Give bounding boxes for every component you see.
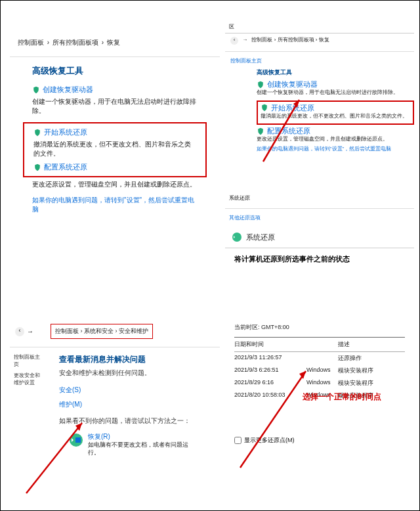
shield-icon bbox=[33, 164, 41, 171]
link-system-restore[interactable]: 开始系统还原 bbox=[28, 126, 201, 139]
tag-restore: 系统还原 bbox=[225, 192, 414, 204]
system-restore-dialog: 系统还原 其他还原选项 系统还原 将计算机还原到所选事件之前的状态 当前时区: … bbox=[225, 192, 414, 450]
page-title-small: 高级恢复工具 bbox=[257, 66, 414, 79]
table-row[interactable]: 2021/9/3 11:26:57还原操作 bbox=[234, 352, 405, 365]
checkbox[interactable] bbox=[234, 437, 242, 444]
tip-text: 如果看不到你的问题，请尝试以下方法之一： bbox=[46, 411, 220, 427]
breadcrumb[interactable]: 控制面板 › 所有控制面板项 › 恢复 bbox=[10, 33, 220, 53]
other-options[interactable]: 其他还原选项 bbox=[225, 213, 414, 223]
dialog-subtitle: 将计算机还原到所选事件之前的状态 bbox=[225, 248, 414, 268]
shield-icon bbox=[257, 127, 264, 135]
shield-icon bbox=[261, 104, 268, 112]
show-more-checkbox[interactable]: 显示更多还原点(M) bbox=[225, 431, 414, 450]
restore-icon bbox=[68, 432, 84, 448]
page-title: 高级恢复工具 bbox=[10, 61, 220, 83]
restore-dialog-icon bbox=[232, 232, 242, 242]
link-system-restore-sm[interactable]: 开始系统还原 bbox=[261, 103, 410, 113]
dialog-title: 系统还原 bbox=[246, 233, 275, 242]
timezone-label: 当前时区: GMT+8:00 bbox=[225, 321, 414, 334]
security-maintenance-panel: ‹ → 控制面板 › 系统和安全 › 安全和维护 控制面板主页 更改安全和维护设… bbox=[10, 320, 220, 462]
heading-security: 查看最新消息并解决问题 bbox=[46, 351, 220, 368]
breadcrumb-security[interactable]: 控制面板 › 系统和安全 › 安全和维护 bbox=[51, 324, 153, 339]
svg-rect-1 bbox=[75, 437, 81, 443]
desc-sm-3: 更改还原设置，管理磁盘空间，并且创建或删除还原点。 bbox=[257, 136, 414, 146]
link-reset-pc-sm[interactable]: 如果你的电脑遇到问题，请转到"设置"，然后尝试重置电脑 bbox=[257, 146, 414, 156]
breadcrumb-small[interactable]: ‹ → 控制面板 › 所有控制面板项 › 恢复 bbox=[225, 33, 414, 47]
maintenance-section[interactable]: 维护(M) bbox=[46, 396, 220, 411]
table-row[interactable]: 2021/9/3 6:26:51Windows模块安装程序 bbox=[234, 365, 405, 377]
link-configure-restore-sm[interactable]: 配置系统还原 bbox=[257, 126, 414, 136]
recovery-panel-large: 控制面板 › 所有控制面板项 › 恢复 高级恢复工具 创建恢复驱动器 创建一个恢… bbox=[10, 33, 220, 219]
desc-sm-1: 创建一个恢复驱动器，用于在电脑无法启动时进行故障排除。 bbox=[257, 89, 414, 99]
shield-icon bbox=[32, 86, 40, 94]
tag: 区 bbox=[225, 20, 414, 33]
table-row[interactable]: 2021/8/29 6:16Windows模块安装程序 bbox=[234, 377, 405, 389]
restore-desc: 如电脑有不要更改文档，或者有问题运行。 bbox=[88, 441, 198, 456]
desc-create-recovery-drive: 创建一个恢复驱动器，用于在电脑无法启动时进行故障排除。 bbox=[10, 96, 220, 121]
link-reset-pc[interactable]: 如果你的电脑遇到问题，请转到"设置"，然后尝试重置电脑 bbox=[10, 194, 220, 219]
link-create-recovery-drive[interactable]: 创建恢复驱动器 bbox=[10, 83, 220, 96]
side-home[interactable]: 控制面板主页 bbox=[10, 351, 46, 370]
highlight-box: 开始系统还原 撤消最近的系统更改，但不更改文档、图片和音乐之类的文件。 配置系统… bbox=[23, 122, 207, 177]
recovery-panel-small: 区 ‹ → 控制面板 › 所有控制面板项 › 恢复 控制面板主页 高级恢复工具 … bbox=[225, 20, 414, 155]
side-change[interactable]: 更改安全和维护设置 bbox=[10, 370, 46, 388]
table-header: 日期和时间 描述 bbox=[234, 338, 405, 352]
shield-icon bbox=[257, 81, 264, 89]
restore-link[interactable]: 恢复(R) bbox=[88, 432, 198, 441]
highlight-box-sm: 开始系统还原 撤消最近的系统更改，但不更改文档、图片和音乐之类的文件。 bbox=[257, 100, 414, 125]
desc-sm-2: 撤消最近的系统更改，但不更改文档、图片和音乐之类的文件。 bbox=[261, 113, 410, 123]
side-home-link[interactable]: 控制面板主页 bbox=[225, 56, 414, 66]
shield-icon bbox=[33, 129, 41, 137]
back-icon[interactable]: ‹ bbox=[15, 327, 24, 336]
security-section[interactable]: 安全(S) bbox=[46, 379, 220, 396]
link-create-recovery-drive-sm[interactable]: 创建恢复驱动器 bbox=[257, 79, 414, 89]
annotation-text: 选择一个正常的时间点 bbox=[303, 391, 381, 403]
link-configure-restore[interactable]: 配置系统还原 bbox=[28, 161, 201, 173]
desc-configure-restore: 更改还原设置，管理磁盘空间，并且创建或删除还原点。 bbox=[10, 179, 220, 194]
desc-system-restore: 撤消最近的系统更改，但不更改文档、图片和音乐之类的文件。 bbox=[28, 139, 201, 161]
sub-security: 安全和维护未检测到任何问题。 bbox=[46, 368, 220, 379]
back-icon[interactable]: ‹ bbox=[230, 37, 238, 45]
